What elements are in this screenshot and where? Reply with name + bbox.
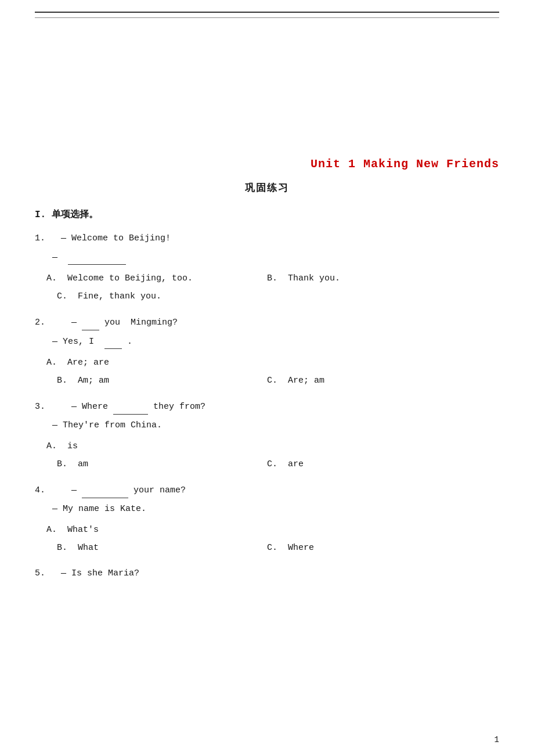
question-3: 3. — Where they from? — They're from Chi… bbox=[35, 399, 499, 472]
question-1: 1. — Welcome to Beijing! — A. Welcome to… bbox=[35, 231, 499, 304]
question-1-prompt: 1. — Welcome to Beijing! bbox=[35, 231, 499, 246]
question-4-prompt: 4. — your name? bbox=[35, 483, 499, 498]
question-3-prompt: 3. — Where they from? bbox=[35, 399, 499, 415]
q3-prompt-text: — Where they from? bbox=[71, 402, 205, 412]
q5-prompt-text: — Is she Maria? bbox=[61, 568, 139, 578]
q2-option-a-row: A. Are; are bbox=[46, 355, 499, 370]
q1-option-b: B. Thank you. bbox=[267, 271, 340, 286]
q3-response-text: — They're from China. bbox=[52, 420, 162, 430]
question-5-prompt: 5. — Is she Maria? bbox=[35, 566, 499, 581]
q4-response-text: — My name is Kate. bbox=[52, 504, 146, 514]
q1-number: 1. bbox=[35, 233, 56, 243]
question-5: 5. — Is she Maria? bbox=[35, 566, 499, 581]
section-i-header: I. 单项选择。 bbox=[35, 208, 499, 221]
q1-options: A. Welcome to Beijing, too. B. Thank you… bbox=[46, 271, 499, 286]
q4-option-b: B. What bbox=[46, 540, 267, 556]
q4-option-c: C. Where bbox=[267, 540, 314, 556]
q4-prompt-text: — your name? bbox=[71, 485, 186, 495]
section-title: 巩固练习 bbox=[35, 181, 499, 195]
q4-options-bc: B. What C. Where bbox=[46, 540, 499, 556]
top-border bbox=[35, 12, 499, 13]
q3-option-a-row: A. is bbox=[46, 438, 499, 454]
q1-prompt-text: — Welcome to Beijing! bbox=[61, 233, 171, 243]
question-4-response: — My name is Kate. bbox=[52, 502, 499, 517]
q1-dash: — bbox=[52, 253, 63, 262]
header-area bbox=[35, 35, 499, 152]
q2-option-c: C. Are; am bbox=[267, 373, 324, 388]
q2-prompt-text: — you Mingming? bbox=[71, 318, 178, 327]
q4-option-a-row: A. What's bbox=[46, 522, 499, 538]
question-3-response: — They're from China. bbox=[52, 418, 499, 433]
q1-blank bbox=[68, 250, 126, 265]
q1-option-a: A. Welcome to Beijing, too. bbox=[46, 271, 267, 286]
q2-dash: — Yes, I bbox=[52, 337, 99, 347]
q4-number: 4. bbox=[35, 485, 66, 495]
q2-options-bc: B. Am; am C. Are; am bbox=[46, 373, 499, 388]
question-2: 2. — you Mingming? — Yes, I . A. Are; ar… bbox=[35, 315, 499, 388]
q2-option-a: A. Are; are bbox=[46, 358, 109, 368]
unit-title: Unit 1 Making New Friends bbox=[35, 157, 499, 171]
question-2-prompt: 2. — you Mingming? bbox=[35, 315, 499, 330]
q2-blank bbox=[104, 334, 122, 350]
q2-number: 2. bbox=[35, 318, 66, 327]
top-border-thin bbox=[35, 17, 499, 18]
q3-option-a: A. is bbox=[46, 441, 78, 451]
q3-option-b: B. am bbox=[46, 456, 267, 472]
question-2-response: — Yes, I . bbox=[52, 334, 499, 350]
question-4: 4. — your name? — My name is Kate. A. Wh… bbox=[35, 483, 499, 556]
q3-number: 3. bbox=[35, 402, 66, 412]
page-container: Unit 1 Making New Friends 巩固练习 I. 单项选择。 … bbox=[0, 0, 534, 756]
q2-period: . bbox=[127, 337, 132, 347]
q4-option-a: A. What's bbox=[46, 525, 99, 535]
q1-option-c-row: C. Fine, thank you. bbox=[46, 289, 499, 304]
q3-option-c: C. are bbox=[267, 456, 304, 472]
q5-number: 5. bbox=[35, 568, 56, 578]
q1-option-c: C. Fine, thank you. bbox=[46, 291, 161, 301]
page-number: 1 bbox=[495, 735, 499, 744]
q3-options-bc: B. am C. are bbox=[46, 456, 499, 472]
q2-option-b: B. Am; am bbox=[46, 373, 267, 388]
question-1-response: — bbox=[52, 250, 499, 265]
